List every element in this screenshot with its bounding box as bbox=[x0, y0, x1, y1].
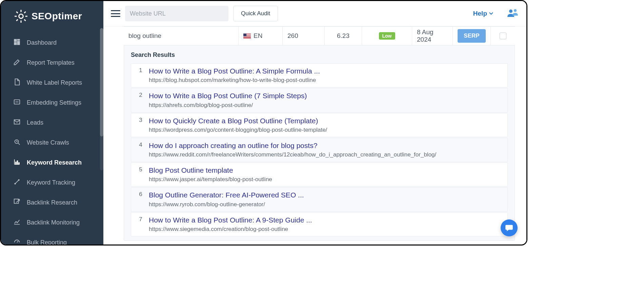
help-label: Help bbox=[473, 10, 487, 17]
serp-url: https://www.siegemedia.com/creation/blog… bbox=[149, 226, 503, 233]
sidebar-item-label: Report Templates bbox=[27, 59, 75, 66]
topbar: Quick Audit Help bbox=[103, 1, 526, 26]
serp-title-link[interactable]: How to Write a Blog Post Outline: A Simp… bbox=[149, 66, 503, 76]
sidebar-scrollbar[interactable] bbox=[100, 28, 103, 170]
edit-icon bbox=[13, 58, 21, 67]
volume-value: 260 bbox=[287, 32, 298, 40]
svg-rect-10 bbox=[19, 163, 20, 165]
sidebar-item-label: Website Crawls bbox=[27, 139, 69, 146]
svg-rect-8 bbox=[15, 162, 16, 164]
sidebar-item-label: Keyword Tracking bbox=[27, 179, 75, 186]
sidebar-item-report-templates[interactable]: Report Templates bbox=[1, 53, 103, 73]
help-menu[interactable]: Help bbox=[473, 10, 493, 17]
serp-result: 7How to Write a Blog Post Outline: A 9-S… bbox=[131, 212, 508, 236]
svg-rect-3 bbox=[17, 41, 20, 45]
sidebar-item-label: Backlink Monitoring bbox=[27, 219, 80, 226]
brand-logo[interactable]: SEOptimer bbox=[1, 1, 103, 33]
tracking-icon bbox=[13, 178, 21, 187]
sidebar-item-embedding-settings[interactable]: Embedding Settings bbox=[1, 93, 103, 113]
serp-result: 5Blog Post Outline templatehttps://www.j… bbox=[131, 163, 508, 187]
serp-title-link[interactable]: How to Quickly Create a Blog Post Outlin… bbox=[149, 116, 503, 125]
serp-result: 2How to Write a Blog Post Outline (7 Sim… bbox=[131, 88, 508, 112]
sidebar-item-keyword-tracking[interactable]: Keyword Tracking bbox=[1, 173, 103, 193]
date-cell: 8 Aug 2024 bbox=[412, 27, 452, 45]
brand-name: SEOptimer bbox=[32, 11, 82, 22]
language-cell: EN bbox=[238, 27, 282, 45]
keyword-value: blog outline bbox=[128, 32, 161, 40]
serp-body: How to Write a Blog Post Outline: A 9-St… bbox=[149, 215, 503, 233]
document-icon bbox=[13, 78, 21, 87]
serp-body: How do I approach creating an outline fo… bbox=[149, 141, 503, 158]
svg-rect-9 bbox=[17, 161, 18, 164]
competition-badge: Low bbox=[379, 32, 395, 40]
svg-rect-2 bbox=[17, 39, 20, 41]
serp-list: 1How to Write a Blog Post Outline: A Sim… bbox=[131, 63, 508, 237]
serp-rank: 6 bbox=[133, 190, 148, 208]
svg-point-15 bbox=[514, 9, 517, 12]
sidebar-item-label: Keyword Research bbox=[27, 159, 82, 166]
chevron-down-icon bbox=[489, 12, 493, 15]
serp-body: How to Write a Blog Post Outline: A Simp… bbox=[149, 66, 503, 84]
users-icon[interactable] bbox=[507, 8, 519, 19]
main: Quick Audit Help blog outline bbox=[103, 1, 526, 244]
sidebar-item-dashboard[interactable]: Dashboard bbox=[1, 33, 103, 53]
date-value: 8 Aug 2024 bbox=[417, 28, 448, 43]
serp-title-link[interactable]: Blog Outline Generator: Free AI-Powered … bbox=[149, 190, 503, 199]
serp-rank: 3 bbox=[133, 116, 148, 133]
svg-rect-4 bbox=[14, 42, 17, 45]
sidebar-item-white-label-reports[interactable]: White Label Reports bbox=[1, 73, 103, 93]
serp-cell: SERP bbox=[452, 27, 490, 45]
panel-title: Search Results bbox=[131, 51, 508, 59]
sidebar-item-keyword-research[interactable]: Keyword Research bbox=[1, 153, 103, 173]
competition-cell: Low bbox=[362, 27, 412, 45]
mail-icon bbox=[13, 118, 21, 127]
sidebar: SEOptimer DashboardReport TemplatesWhite… bbox=[1, 1, 103, 244]
row-checkbox[interactable] bbox=[500, 33, 506, 39]
sidebar-item-backlink-monitoring[interactable]: Backlink Monitoring bbox=[1, 213, 103, 233]
serp-url: https://blog.hubspot.com/marketing/how-t… bbox=[149, 77, 503, 84]
dashboard-icon bbox=[13, 38, 21, 47]
serp-result: 1How to Write a Blog Post Outline: A Sim… bbox=[131, 63, 508, 87]
sidebar-item-label: Dashboard bbox=[27, 39, 57, 46]
menu-toggle-icon[interactable] bbox=[111, 9, 120, 18]
website-url-input[interactable] bbox=[125, 6, 228, 21]
cpc-value: 6.23 bbox=[337, 32, 349, 40]
sidebar-item-label: White Label Reports bbox=[27, 79, 82, 86]
sidebar-item-label: Backlink Research bbox=[27, 199, 77, 206]
quick-audit-button[interactable]: Quick Audit bbox=[233, 6, 278, 21]
svg-point-14 bbox=[509, 9, 512, 13]
serp-body: Blog Post Outline templatehttps://www.ja… bbox=[149, 166, 503, 183]
serp-title-link[interactable]: Blog Post Outline template bbox=[149, 166, 503, 175]
keyword-row: blog outline EN 260 6.23 Low 8 Aug 2024 bbox=[124, 26, 515, 45]
sidebar-item-website-crawls[interactable]: Website Crawls bbox=[1, 133, 103, 153]
serp-button[interactable]: SERP bbox=[458, 29, 485, 43]
bulk-icon bbox=[13, 238, 21, 244]
sidebar-item-bulk-reporting[interactable]: Bulk Reporting bbox=[1, 233, 103, 244]
serp-result: 4How do I approach creating an outline f… bbox=[131, 138, 508, 162]
flag-us-icon bbox=[243, 34, 251, 39]
gear-icon bbox=[14, 9, 28, 23]
checkbox-cell bbox=[490, 27, 515, 45]
language-code: EN bbox=[254, 32, 262, 40]
serp-url: https://www.ryrob.com/blog-outline-gener… bbox=[149, 201, 503, 208]
search-results-panel: Search Results 1How to Write a Blog Post… bbox=[124, 45, 515, 241]
svg-point-7 bbox=[15, 140, 19, 144]
sidebar-item-label: Leads bbox=[27, 119, 43, 126]
serp-title-link[interactable]: How to Write a Blog Post Outline: A 9-St… bbox=[149, 215, 503, 225]
sidebar-item-label: Embedding Settings bbox=[27, 99, 81, 106]
sidebar-scrollbar-thumb[interactable] bbox=[100, 28, 103, 136]
sidebar-nav: DashboardReport TemplatesWhite Label Rep… bbox=[1, 33, 103, 244]
embed-icon bbox=[13, 98, 21, 107]
serp-body: Blog Outline Generator: Free AI-Powered … bbox=[149, 190, 503, 208]
sidebar-item-leads[interactable]: Leads bbox=[1, 113, 103, 133]
serp-url: https://www.reddit.com/r/freelanceWriter… bbox=[149, 151, 503, 158]
serp-url: https://ahrefs.com/blog/blog-post-outlin… bbox=[149, 102, 503, 109]
volume-cell: 260 bbox=[282, 27, 324, 45]
content-area: blog outline EN 260 6.23 Low 8 Aug 2024 bbox=[103, 26, 526, 244]
chat-widget[interactable] bbox=[501, 219, 518, 236]
sidebar-item-backlink-research[interactable]: Backlink Research bbox=[1, 193, 103, 213]
serp-title-link[interactable]: How do I approach creating an outline fo… bbox=[149, 141, 503, 150]
serp-body: How to Quickly Create a Blog Post Outlin… bbox=[149, 116, 503, 133]
serp-title-link[interactable]: How to Write a Blog Post Outline (7 Simp… bbox=[149, 91, 503, 100]
crawl-icon bbox=[13, 138, 21, 147]
